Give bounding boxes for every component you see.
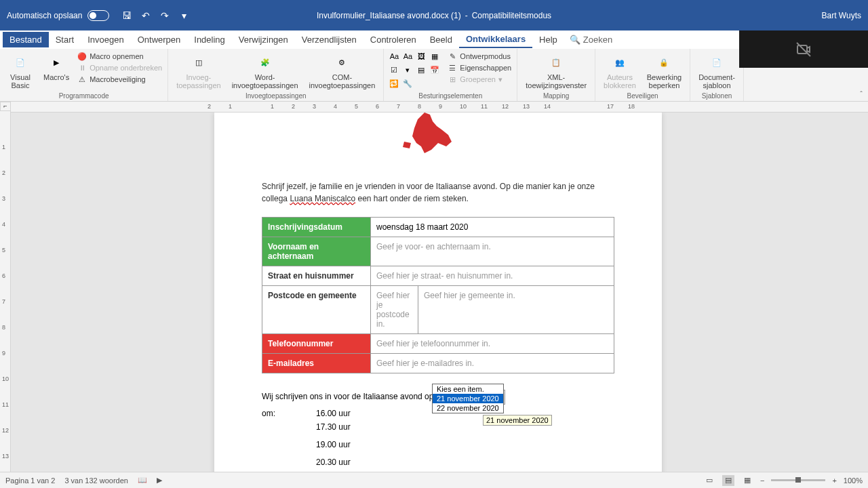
input-email[interactable]: Geef hier je e-mailadres in. [371,354,614,373]
table-row: E-mailadres Geef hier je e-mailadres in. [262,354,614,373]
intro-name: Luana Maniscalco [290,194,355,203]
form-table: Inschrijvingsdatum woensdag 18 maart 202… [262,217,614,373]
picture-control-icon[interactable]: 🖼 [416,52,426,61]
props-icon: ☰ [448,63,457,73]
print-layout-button[interactable]: ▤ [722,475,734,486]
document-template-button[interactable]: 📄 Document- sjabloon [696,52,738,91]
word-addins-icon: 🧩 [254,53,276,72]
status-words[interactable]: 3 van 132 woorden [64,476,128,485]
tab-invoegen[interactable]: Invoegen [81,32,131,47]
word-addins-button[interactable]: 🧩 Word- invoegtoepassingen [229,52,301,91]
input-telefoon[interactable]: Geef hier je telefoonnummer in. [371,334,614,354]
table-row: Inschrijvingsdatum woensdag 18 maart 202… [262,218,614,237]
document-page[interactable]: Schrijf jezelf, je familie en je vriende… [214,113,662,472]
dropdown-control-icon[interactable]: ▤ [416,65,426,75]
filename: Invulformulier_Italiaanse avond.docx (1) [317,11,461,20]
tab-verwijzingen[interactable]: Verwijzingen [232,32,295,47]
restrict-editing-button[interactable]: 🔒 Bewerking beperken [644,52,684,91]
xml-mapping-button[interactable]: 📋 XML- toewijzingsvenster [523,52,589,91]
visual-basic-button[interactable]: 📄 Visual Basic [5,52,35,91]
ribbon-group-protect: 👥 Auteurs blokkeren 🔒 Bewerking beperken… [595,49,690,101]
date-control-icon[interactable]: 📅 [430,65,439,75]
input-naam[interactable]: Geef je voor- en achternaam in. [371,237,614,266]
status-page[interactable]: Pagina 1 van 2 [5,476,55,485]
template-icon: 📄 [706,53,728,72]
vb-icon: 📄 [9,53,31,72]
redo-icon[interactable]: ↷ [159,10,170,21]
zoom-level[interactable]: 100% [844,476,863,485]
group-label-templates: Sjablonen [696,91,738,101]
value-inschrijvingsdatum[interactable]: woensdag 18 maart 2020 [371,218,614,237]
ribbon-group-code: 📄 Visual Basic ▶ Macro's 🔴Macro opnemen … [0,49,168,101]
macro-security-button[interactable]: ⚠Macrobeveiliging [77,75,162,84]
tab-ontwikkelaars[interactable]: Ontwikkelaars [459,31,532,48]
tab-help[interactable]: Help [532,32,564,47]
undo-icon[interactable]: ↶ [140,10,151,21]
legacy-tools-icon[interactable]: 🔧 [403,79,412,88]
dropdown-tooltip: 21 november 2020 [483,415,552,426]
building-block-control-icon[interactable]: ▦ [430,52,439,61]
customize-icon[interactable]: ▾ [178,10,189,21]
tab-ontwerpen[interactable]: Ontwerpen [131,32,188,47]
autosave-toggle-group[interactable]: Automatisch opslaan [0,10,116,21]
dropdown-option-2[interactable]: 22 november 2020 [433,403,503,413]
input-postcode[interactable]: Geef hier je postcode in. [371,286,418,334]
macros-button[interactable]: ▶ Macro's [41,52,72,83]
group-label-controls: Besturingselementen [389,91,511,101]
tab-start[interactable]: Start [49,32,81,47]
table-row: Telefoonnummer Geef hier je telefoonnumm… [262,334,614,354]
quick-access-toolbar: 🖫 ↶ ↷ ▾ [116,10,195,21]
checkbox-control-icon[interactable]: ☑ [389,65,399,75]
label-email: E-mailadres [262,354,371,373]
tab-bestand[interactable]: Bestand [3,32,49,47]
design-icon: ✎ [448,52,457,61]
horizontal-ruler[interactable]: 2112345678910111213141718 [11,102,868,113]
search-box[interactable]: 🔍 Zoeken [564,35,618,45]
time-3: 19.00 uur [316,436,614,453]
input-gemeente[interactable]: Geef hier je gemeente in. [418,286,614,334]
autosave-toggle[interactable] [87,10,109,21]
italy-map-image [384,113,465,157]
authors-icon: 👥 [609,53,631,72]
control-grid: Aa Aa 🖼 ▦ ☑ ▾ ▤ 📅 🔁 🔧 [389,52,442,91]
camera-off-icon [795,41,812,58]
vertical-ruler[interactable]: 12345678910111213 [0,111,11,472]
repeating-control-icon[interactable]: 🔁 [389,79,399,88]
plaintext-control-icon[interactable]: Aa [403,52,412,61]
dropdown-option-placeholder[interactable]: Kies een item. [433,384,503,394]
input-straat[interactable]: Geef hier je straat- en huisnummer in. [371,266,614,286]
spellcheck-icon[interactable]: 📖 [138,476,147,485]
combobox-control-icon[interactable]: ▾ [403,65,412,75]
search-icon: 🔍 [570,35,580,45]
zoom-slider[interactable] [771,479,825,481]
user-name: Bart Wuyts [822,11,868,20]
macro-status-icon[interactable]: ▶ [157,476,162,485]
chevron-down-icon: ▾ [498,75,502,84]
dropdown-option-1[interactable]: 21 november 2020 [433,394,503,403]
design-mode-button[interactable]: ✎Ontwerpmodus [448,52,511,61]
ribbon-group-mapping: 📋 XML- toewijzingsvenster Mapping [517,49,595,101]
com-addins-button[interactable]: ⚙ COM- invoegtoepassingen [307,52,378,91]
read-mode-button[interactable]: ▭ [703,475,715,486]
status-bar: Pagina 1 van 2 3 van 132 woorden 📖 ▶ ▭ ▤… [0,472,868,488]
compat-mode: Compatibiliteitsmodus [472,11,551,20]
title-bar: Automatisch opslaan 🖫 ↶ ↷ ▾ Invulformuli… [0,0,868,30]
tab-beeld[interactable]: Beeld [423,32,459,47]
label-postcode: Postcode en gemeente [262,286,371,334]
tab-indeling[interactable]: Indeling [187,32,232,47]
dropdown-list: Kies een item. 21 november 2020 22 novem… [432,384,504,413]
ribbon-collapse-button[interactable]: ˆ [854,87,868,101]
tab-controleren[interactable]: Controleren [363,32,423,47]
web-layout-button[interactable]: ▦ [741,475,753,486]
save-icon[interactable]: 🖫 [121,10,132,21]
time-list: om: 16.00 uur 17.30 uur 19.00 uur 20.30 … [262,409,614,471]
richtext-control-icon[interactable]: Aa [389,52,399,61]
time-1: 16.00 uur [316,409,384,418]
zoom-out-button[interactable]: − [760,476,764,485]
record-macro-button[interactable]: 🔴Macro opnemen [77,52,162,61]
tab-verzendlijsten[interactable]: Verzendlijsten [295,32,363,47]
document-area: Schrijf jezelf, je familie en je vriende… [11,113,868,472]
group-button: ⊞Groeperen ▾ [448,75,511,84]
properties-button[interactable]: ☰Eigenschappen [448,63,511,73]
zoom-in-button[interactable]: + [832,476,836,485]
